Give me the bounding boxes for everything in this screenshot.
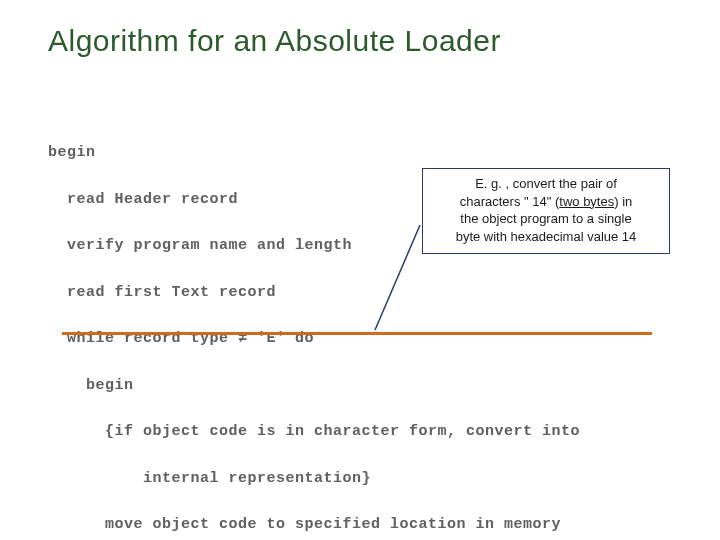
callout-text: the object program to a single: [460, 211, 631, 226]
code-line: while record type ≠ 'E' do: [48, 327, 672, 350]
callout-quoted: " 14": [524, 194, 551, 209]
code-line: read first Text record: [48, 281, 672, 304]
callout-box: E. g. , convert the pair of characters "…: [422, 168, 670, 254]
callout-text: byte with hexadecimal value 14: [456, 229, 637, 244]
callout-underlined: two bytes: [559, 194, 614, 209]
callout-text: ) in: [614, 194, 632, 209]
code-line: {if object code is in character form, co…: [48, 420, 672, 443]
slide-root: Algorithm for an Absolute Loader begin r…: [0, 0, 720, 540]
code-line: internal representation}: [48, 467, 672, 490]
slide-title: Algorithm for an Absolute Loader: [48, 24, 672, 58]
code-line: begin: [48, 141, 672, 164]
callout-text: characters: [460, 194, 524, 209]
code-line: begin: [48, 374, 672, 397]
callout-text: E. g. , convert the pair of: [475, 176, 617, 191]
highlight-divider: [62, 332, 652, 335]
code-line: move object code to specified location i…: [48, 513, 672, 536]
